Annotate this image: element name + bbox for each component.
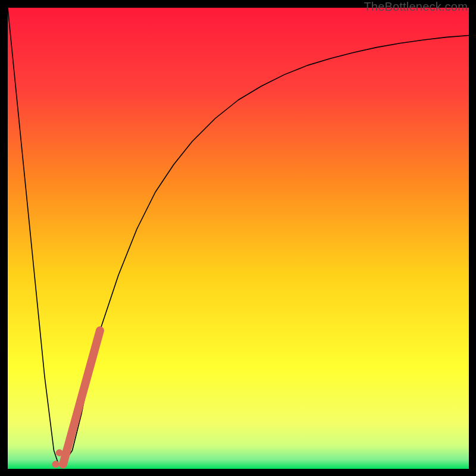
chart-svg — [8, 8, 469, 469]
bottleneck-curve — [8, 8, 469, 464]
marker-dot-1 — [56, 449, 63, 456]
marker-dot-2 — [52, 461, 60, 468]
watermark-text: TheBottleneck.com — [364, 0, 468, 14]
plot-area — [8, 8, 469, 469]
chart-frame: TheBottleneck.com — [0, 0, 476, 476]
marker-segment — [63, 331, 100, 465]
